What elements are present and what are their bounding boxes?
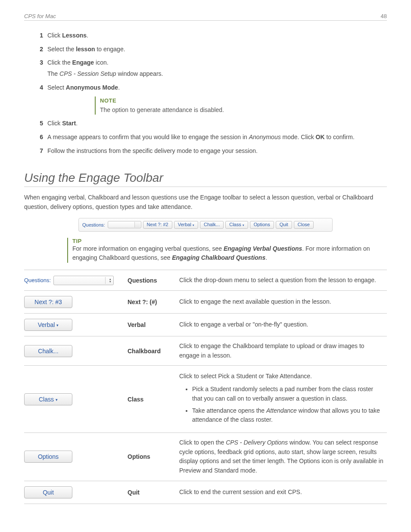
reference-description: Click to select Pick a Student or Take A… — [179, 366, 387, 432]
table-row: Next ?: #3Next ?: (#)Click to engage the… — [24, 291, 387, 314]
toolbar-quit-button[interactable]: Quit — [276, 221, 292, 229]
reference-description: Click to end the current session and exi… — [179, 481, 387, 504]
chevron-down-icon: ▾ — [56, 398, 58, 402]
reference-name: Options — [128, 432, 179, 481]
reference-image-cell: Quit — [24, 481, 128, 504]
step-item: 6A message appears to confirm that you w… — [34, 133, 387, 142]
button-label: Quit — [43, 489, 54, 496]
toolbar-options-button[interactable]: Options — [250, 221, 274, 229]
tip-body: For more information on engaging verbal … — [72, 244, 386, 263]
next--button[interactable]: Next ?: #3 — [24, 296, 72, 308]
page-number: 48 — [381, 13, 387, 19]
toolbar-chalk-button[interactable]: Chalk... — [200, 221, 224, 229]
step-item: 2Select the lesson to engage. — [34, 45, 387, 54]
tip-callout: TIP For more information on engaging ver… — [67, 238, 386, 263]
reference-description: Click to open the CPS - Delivery Options… — [179, 432, 387, 481]
tip-title: TIP — [72, 238, 386, 244]
page-header: CPS for Mac 48 — [24, 13, 387, 21]
step-subtext: The CPS - Session Setup window appears. — [47, 69, 387, 79]
quit-button[interactable]: Quit — [24, 486, 72, 498]
dropdown-field[interactable] — [53, 276, 114, 285]
reference-description: Click to engage a verbal or "on-the-fly"… — [179, 314, 387, 336]
instruction-steps: 1Click Lessons.2Select the lesson to eng… — [24, 31, 387, 156]
table-row: Class▾ClassClick to select Pick a Studen… — [24, 366, 387, 432]
button-label: Verbal — [38, 321, 55, 328]
toolbar-verbal-label: Verbal — [178, 222, 191, 227]
step-number: 5 — [34, 119, 43, 128]
button-label: Next ?: #3 — [34, 299, 62, 305]
step-item: 5Click Start. — [34, 119, 387, 128]
step-body: Click the Engage icon. — [47, 59, 109, 66]
list-item: Pick a Student randomly selects a pad nu… — [192, 385, 383, 403]
reference-description: Click to engage the next available quest… — [179, 291, 387, 314]
table-row: OptionsOptionsClick to open the CPS - De… — [24, 432, 387, 481]
reference-name: Quit — [128, 481, 179, 504]
reference-name: Questions — [128, 270, 179, 291]
toolbar-verbal-button[interactable]: Verbal ▾ — [174, 221, 198, 229]
table-row: QuitQuitClick to end the current session… — [24, 481, 387, 504]
step-item: 7Follow the instructions from the specif… — [34, 146, 387, 156]
chevron-down-icon: ▾ — [56, 323, 59, 327]
dropdown-label: Questions: — [24, 277, 51, 283]
step-body: Select Anonymous Mode. — [47, 84, 120, 91]
section-intro: When engaging verbal, Chalkboard and les… — [24, 193, 387, 212]
step-body: Click Start. — [47, 120, 78, 127]
reference-name: Chalkboard — [128, 336, 179, 366]
reference-image-cell: Next ?: #3 — [24, 291, 128, 314]
chalkboard-button[interactable]: Chalk... — [24, 345, 72, 357]
reference-image-cell: Class▾ — [24, 366, 128, 432]
toolbar-class-label: Class — [229, 222, 241, 227]
toolbar-reference-table: Questions:QuestionsClick the drop-down m… — [24, 270, 387, 504]
step-body: Follow the instructions from the specifi… — [47, 147, 258, 154]
toolbar-close-button[interactable]: Close — [294, 221, 314, 229]
reference-name: Verbal — [128, 314, 179, 336]
step-item: 1Click Lessons. — [34, 31, 387, 40]
list-item: Take attendance opens the Attendance win… — [192, 406, 383, 425]
step-item: 4Select Anonymous Mode. — [34, 83, 387, 93]
step-number: 2 — [34, 45, 43, 54]
step-body: A message appears to confirm that you wo… — [47, 134, 355, 140]
engage-toolbar: Questions: Next ?: #2 Verbal ▾ Chalk... … — [78, 218, 333, 232]
step-number: 7 — [34, 146, 43, 156]
reference-image-cell: Verbal▾ — [24, 314, 128, 336]
step-item: 3Click the Engage icon.The CPS - Session… — [34, 58, 387, 78]
chevron-down-icon: ▾ — [193, 222, 194, 228]
step-number: 1 — [34, 31, 43, 40]
step-body: Click Lessons. — [47, 32, 88, 39]
chevron-down-icon: ▾ — [243, 222, 244, 228]
button-label: Options — [38, 453, 59, 460]
table-row: Chalk...ChalkboardClick to engage the Ch… — [24, 336, 387, 366]
options-button[interactable]: Options — [24, 451, 72, 463]
updown-arrows-icon — [109, 278, 111, 283]
note-body: The option to generate attendance is dis… — [100, 106, 362, 115]
questions-dropdown[interactable]: Questions: — [24, 275, 114, 285]
button-label: Chalk... — [38, 348, 58, 355]
updown-arrows-icon — [138, 222, 140, 227]
note-callout: NOTEThe option to generate attendance is… — [95, 96, 362, 115]
reference-image-cell: Options — [24, 432, 128, 481]
toolbar-questions-dropdown[interactable] — [108, 221, 141, 228]
step-number: 3 — [34, 58, 43, 68]
reference-image-cell: Questions: — [24, 270, 128, 291]
note-title: NOTE — [100, 96, 362, 105]
section-title: Using the Engage Toolbar — [24, 171, 387, 187]
table-row: Verbal▾VerbalClick to engage a verbal or… — [24, 314, 387, 336]
toolbar-questions-label: Questions: — [82, 222, 105, 227]
reference-description: Click to engage the Chalkboard template … — [179, 336, 387, 366]
step-number: 4 — [34, 83, 43, 93]
product-name: CPS for Mac — [24, 13, 56, 19]
step-body: Select the lesson to engage. — [47, 46, 125, 53]
reference-description: Click the drop-down menu to select a que… — [179, 270, 387, 291]
toolbar-next-button[interactable]: Next ?: #2 — [143, 221, 172, 229]
class-button[interactable]: Class▾ — [24, 393, 72, 405]
note-wrapper: NOTEThe option to generate attendance is… — [34, 96, 387, 115]
reference-image-cell: Chalk... — [24, 336, 128, 366]
reference-name: Next ?: (#) — [128, 291, 179, 314]
toolbar-class-button[interactable]: Class ▾ — [225, 221, 248, 229]
step-number: 6 — [34, 133, 43, 142]
verbal-button[interactable]: Verbal▾ — [24, 319, 72, 331]
reference-name: Class — [128, 366, 179, 432]
description-bullets: Pick a Student randomly selects a pad nu… — [192, 385, 383, 425]
button-label: Class — [39, 396, 54, 403]
table-row: Questions:QuestionsClick the drop-down m… — [24, 270, 387, 291]
